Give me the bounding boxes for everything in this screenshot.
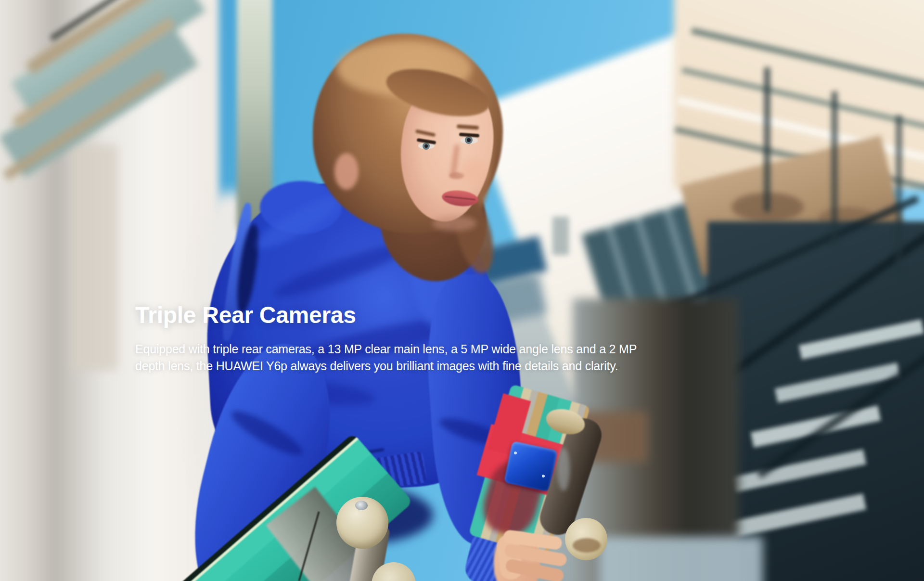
truck-hanger-glint [557,448,570,491]
white-building-window-icon [552,217,569,255]
section-description-line: depth lens, the HUAWEI Y6p always delive… [135,358,637,374]
wheel-axle-bolt [355,501,368,510]
section-title: Triple Rear Cameras [135,302,637,328]
jaw-shadow [432,216,476,231]
hero-section: Triple Rear Cameras Equipped with triple… [0,0,924,581]
stair-post [832,91,837,245]
stair-post [764,67,770,212]
ground-strip [599,537,763,581]
stair-post [896,116,902,274]
eye-left-pupil [424,144,428,148]
ear [334,153,359,190]
left-wall-band [72,144,118,371]
cheek-blush [461,159,487,184]
baseplate-screw [514,452,517,454]
section-description: Equipped with triple rear cameras, a 13 … [135,341,637,374]
eye-right-pupil [467,138,471,142]
wheel-scuff [573,538,601,553]
section-description-line: Equipped with triple rear cameras, a 13 … [135,341,637,358]
baseplate-screw [542,475,545,478]
caption-block: Triple Rear Cameras Equipped with triple… [135,302,637,374]
